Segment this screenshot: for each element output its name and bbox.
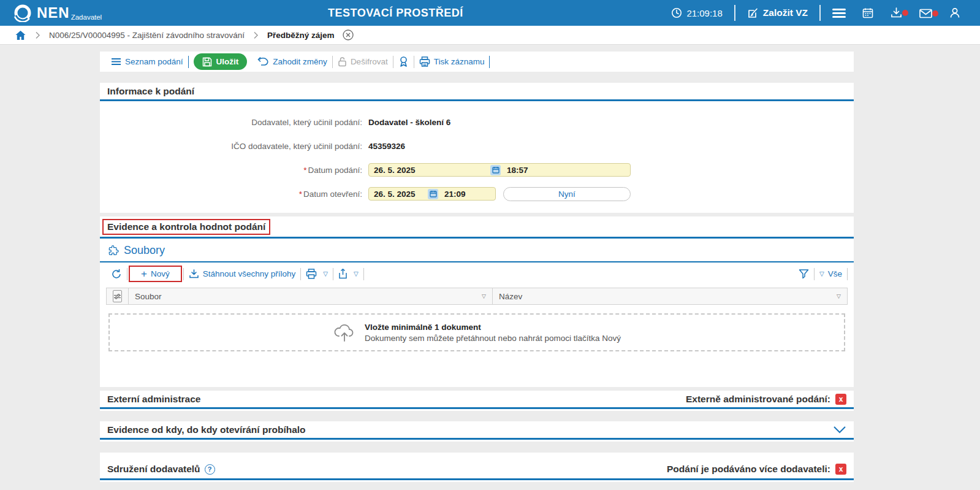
chevron-down-icon — [833, 426, 846, 434]
divider — [734, 5, 735, 21]
file-dropzone[interactable]: Vložte minimálně 1 dokument Dokumenty se… — [108, 313, 845, 351]
calendar-picker-button[interactable] — [428, 189, 438, 199]
submit-date-value[interactable]: 26. 5. 2025 — [374, 166, 490, 175]
expand-section-button[interactable] — [833, 426, 846, 434]
environment-title: TESTOVACÍ PROSTŘEDÍ — [328, 0, 463, 26]
menu-button[interactable] — [824, 7, 854, 20]
ribbon-icon — [398, 56, 409, 67]
opening-evidence-section: Evidence od kdy, do kdy otevírání probíh… — [100, 421, 854, 442]
divider — [489, 56, 490, 68]
download-icon — [890, 7, 903, 19]
open-date-value[interactable]: 26. 5. 2025 — [374, 189, 428, 199]
column-settings-button[interactable] — [113, 290, 122, 302]
calendar-button[interactable] — [854, 7, 882, 19]
dropzone-hint: Dokumenty sem můžete přetáhnout nebo nah… — [365, 334, 621, 343]
section-title: Sdružení dodavatelů — [107, 464, 200, 475]
breadcrumb-contract[interactable]: N006/25/V00004995 - Zajištění závodního … — [49, 31, 245, 40]
submission-info-section: Informace k podání Dodavatel, který učin… — [100, 83, 854, 213]
logo-text: NEN — [37, 7, 70, 19]
consortium-flag-no-badge[interactable]: x — [835, 464, 846, 475]
files-section: Evidence a kontrola hodnot podání Soubor… — [100, 216, 854, 387]
print-record-label: Tisk záznamu — [434, 57, 485, 66]
calendar-picker-button[interactable] — [490, 165, 501, 175]
submit-date-label: *Datum podání: — [100, 166, 362, 175]
required-mark: * — [299, 189, 302, 199]
save-icon — [202, 57, 212, 67]
ico-value: 45359326 — [368, 142, 405, 151]
logo-subtitle: Zadavatel — [71, 13, 102, 21]
consortium-flag-label: Podání je podáváno více dodavateli: — [667, 464, 830, 475]
profile-button[interactable] — [941, 7, 969, 19]
messages-button[interactable] — [911, 7, 941, 19]
filter-all-dropdown[interactable]: ▽ Vše — [815, 269, 847, 278]
new-vz-button[interactable]: Založit VZ — [739, 7, 816, 19]
divider — [188, 56, 189, 68]
list-of-submissions-button[interactable]: Seznam podání — [106, 57, 188, 66]
filter-all-label: Vše — [828, 269, 842, 278]
top-bar: NEN Zadavatel TESTOVACÍ PROSTŘEDÍ 21:09:… — [0, 0, 980, 26]
divider — [363, 268, 364, 280]
dropzone-title: Vložte minimálně 1 dokument — [365, 323, 621, 332]
home-icon[interactable] — [15, 30, 26, 40]
calendar-icon — [430, 190, 437, 197]
discard-changes-label: Zahodit změny — [273, 57, 327, 66]
new-vz-label: Založit VZ — [763, 7, 808, 18]
sort-triangle-icon[interactable]: ▽ — [837, 293, 841, 299]
files-table-header: Soubor ▽ Název ▽ — [106, 288, 848, 305]
submit-time-value[interactable]: 18:57 — [507, 166, 528, 175]
calendar-icon — [492, 166, 499, 174]
section-title: Informace k podání — [107, 86, 194, 97]
ico-label: IČO dodavatele, který učinil podání: — [100, 142, 362, 151]
save-button[interactable]: Uložit — [194, 53, 248, 70]
column-label: Soubor — [135, 292, 162, 301]
print-menu-button[interactable]: ▽ — [301, 269, 333, 279]
download-all-label: Stáhnout všechny přílohy — [203, 269, 296, 278]
close-tab-button[interactable] — [342, 29, 354, 41]
refresh-button[interactable] — [106, 269, 127, 280]
new-file-label: Nový — [151, 269, 170, 278]
discard-changes-button[interactable]: Zahodit změny — [252, 57, 332, 66]
user-icon — [949, 7, 961, 19]
calendar-icon — [862, 7, 874, 19]
divider — [127, 268, 127, 280]
dropdown-triangle-icon: ▽ — [819, 270, 824, 277]
close-icon — [342, 29, 354, 41]
divider — [819, 5, 821, 21]
list-of-submissions-label: Seznam podání — [125, 57, 183, 66]
section-title: Evidence od kdy, do kdy otevírání probíh… — [107, 424, 306, 435]
sliders-icon — [113, 293, 121, 300]
printer-icon — [419, 56, 430, 67]
open-date-field[interactable]: 26. 5. 2025 21:09 — [368, 187, 496, 201]
now-button[interactable]: Nyní — [503, 187, 631, 201]
submit-date-field[interactable]: 26. 5. 2025 18:57 — [368, 163, 631, 177]
puzzle-icon — [107, 245, 119, 256]
downloads-button[interactable] — [882, 7, 911, 19]
breadcrumb-current: Předběžný zájem — [267, 31, 335, 40]
required-mark: * — [303, 166, 306, 175]
section-title: Externí administrace — [107, 394, 200, 405]
consortium-section: Sdružení dodavatelů ? Podání je podáváno… — [100, 453, 854, 482]
nen-logo[interactable]: NEN Zadavatel — [13, 4, 102, 22]
print-record-button[interactable]: Tisk záznamu — [414, 56, 490, 67]
nen-logo-icon — [13, 4, 32, 22]
open-time-value[interactable]: 21:09 — [444, 189, 466, 199]
sort-triangle-icon[interactable]: ▽ — [482, 293, 486, 299]
external-flag-no-badge[interactable]: x — [835, 394, 846, 405]
notification-dot — [932, 10, 938, 17]
notification-dot — [902, 10, 908, 16]
chevron-right-icon — [253, 31, 259, 39]
help-icon[interactable]: ? — [205, 464, 215, 475]
mail-icon — [919, 7, 933, 19]
download-all-attachments-button[interactable]: Stáhnout všechny přílohy — [184, 269, 301, 279]
column-header-soubor[interactable]: Soubor ▽ — [129, 288, 493, 304]
current-time: 21:09:18 — [686, 8, 722, 18]
column-header-nazev[interactable]: Název ▽ — [493, 288, 847, 304]
edit-icon — [747, 7, 759, 19]
decrypt-button[interactable]: Dešifrovat — [333, 56, 393, 67]
new-file-button[interactable]: + Nový — [136, 269, 175, 279]
filter-button[interactable] — [794, 269, 814, 279]
export-menu-button[interactable]: ▽ — [333, 269, 363, 279]
certificate-button[interactable] — [393, 56, 414, 67]
clock-icon — [671, 7, 682, 18]
chevron-right-icon — [35, 31, 40, 39]
